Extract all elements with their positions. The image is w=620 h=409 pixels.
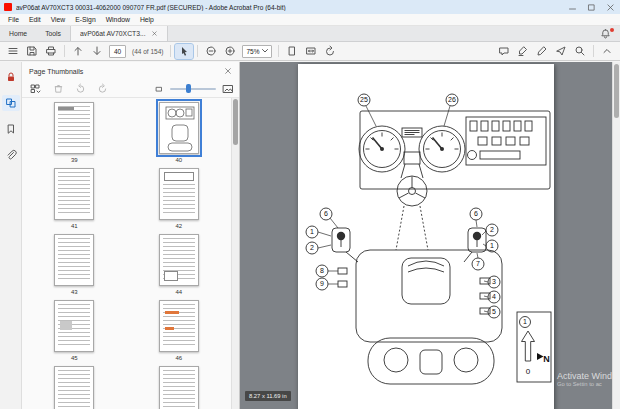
menu-window[interactable]: Window <box>101 16 135 23</box>
highlight-tool-button[interactable] <box>514 44 532 59</box>
callout-2-left: 2 <box>306 242 318 254</box>
menu-file[interactable]: File <box>3 16 24 23</box>
scrollbar-thumb[interactable] <box>614 64 619 118</box>
security-settings-button[interactable] <box>2 69 20 85</box>
svg-text:5: 5 <box>492 308 496 315</box>
zoom-level-select[interactable]: 75% <box>242 45 272 58</box>
notifications-button[interactable] <box>591 26 620 41</box>
small-thumbnail-icon <box>154 84 164 94</box>
search-button[interactable] <box>571 44 589 59</box>
thumbnail-page-45[interactable]: 45 <box>54 300 94 366</box>
thumbnail-number: 42 <box>175 223 182 229</box>
svg-text:2: 2 <box>490 226 494 233</box>
document-scrollbar[interactable] <box>612 62 620 409</box>
pdf-page: 25 26 6 1 2 8 9 6 2 1 7 3 4 5 <box>298 64 554 409</box>
acrobat-window: avP06at AV70XCT3 00031-4062000 090707 FR… <box>0 0 620 409</box>
minimize-button[interactable] <box>563 0 582 14</box>
menu-esign[interactable]: E-Sign <box>70 16 100 23</box>
navigation-pane-strip <box>0 62 22 409</box>
thumbnails-scrollbar[interactable] <box>231 98 239 409</box>
zoom-out-button[interactable] <box>202 44 220 59</box>
save-button[interactable] <box>23 44 41 59</box>
svg-text:6: 6 <box>474 210 478 217</box>
svg-text:3: 3 <box>492 278 496 285</box>
close-button[interactable] <box>601 0 620 14</box>
tab-tools[interactable]: Tools <box>36 26 70 41</box>
comment-tool-button[interactable] <box>495 44 513 59</box>
svg-text:1: 1 <box>523 318 527 325</box>
document-canvas[interactable]: 25 26 6 1 2 8 9 6 2 1 7 3 4 5 <box>240 62 620 409</box>
svg-text:7: 7 <box>476 260 480 267</box>
trash-icon <box>53 83 64 94</box>
fit-width-button[interactable] <box>302 44 320 59</box>
menu-toggle-button[interactable] <box>4 44 22 59</box>
thumbnail-size-slider[interactable] <box>170 84 216 93</box>
svg-text:1: 1 <box>310 228 314 235</box>
save-icon <box>26 45 38 57</box>
thumbnail-page-41[interactable]: 41 <box>54 168 94 234</box>
menu-help[interactable]: Help <box>135 16 159 23</box>
thumbnail-number: 40 <box>175 157 182 163</box>
panel-close-button[interactable] <box>224 67 232 75</box>
sign-tool-button[interactable] <box>533 44 551 59</box>
tab-close-icon[interactable] <box>151 30 158 37</box>
thumbnail-page-42[interactable]: 42 <box>159 168 199 234</box>
thumbnail-page-40[interactable]: 40 <box>159 102 199 168</box>
callout-1-left: 1 <box>306 226 318 238</box>
attachments-panel-button[interactable] <box>2 147 20 163</box>
content-area: Page Thumbnails <box>0 62 620 409</box>
thumbnail-page-47[interactable]: 47 <box>54 366 94 409</box>
pen-icon <box>536 45 548 57</box>
svg-text:6: 6 <box>324 210 328 217</box>
zoom-in-button[interactable] <box>221 44 239 59</box>
vehicle-top-view-drawing <box>332 206 502 384</box>
page-number-input[interactable]: 40 <box>109 45 126 58</box>
tab-document-label: avP06at AV70XCT3... <box>80 30 146 37</box>
page-thumbnails-panel-button[interactable] <box>2 95 20 111</box>
menu-edit[interactable]: Edit <box>24 16 46 23</box>
share-button[interactable] <box>552 44 570 59</box>
print-icon <box>45 45 57 57</box>
rotate-ccw-icon <box>75 83 86 94</box>
maximize-button[interactable] <box>582 0 601 14</box>
thumbnail-number: 46 <box>175 355 182 361</box>
rotate-left-button[interactable] <box>71 81 89 96</box>
thumbnail-page-44[interactable]: 44 <box>159 234 199 300</box>
previous-page-button[interactable] <box>69 44 87 59</box>
main-toolbar: 40 (44 of 154) 75% <box>0 42 620 61</box>
thumbnail-options-button[interactable] <box>27 81 45 96</box>
thumbnail-diagram <box>160 103 199 154</box>
thumbnail-list: 39 40 <box>22 98 231 409</box>
svg-text:4: 4 <box>492 293 496 300</box>
thumbnail-page-39[interactable]: 39 <box>54 102 94 168</box>
print-button[interactable] <box>42 44 60 59</box>
thumbnail-page-46[interactable]: 46 <box>159 300 199 366</box>
instrument-panel-drawing <box>359 111 550 206</box>
delete-page-button[interactable] <box>49 81 67 96</box>
rotate-view-button[interactable] <box>321 44 339 59</box>
title-bar: avP06at AV70XCT3 00031-4062000 090707 FR… <box>0 0 620 14</box>
menu-view[interactable]: View <box>46 16 71 23</box>
single-page-view-button[interactable] <box>283 44 301 59</box>
callout-6-right: 6 <box>470 208 482 220</box>
scrollbar-thumb[interactable] <box>233 99 238 145</box>
thumbnail-number: 39 <box>71 157 78 163</box>
svg-text:0: 0 <box>526 367 531 376</box>
rotate-right-button[interactable] <box>93 81 111 96</box>
slider-track <box>170 88 216 90</box>
next-page-button[interactable] <box>88 44 106 59</box>
collapse-toolbar-button[interactable] <box>598 44 616 59</box>
thumbnail-page-43[interactable]: 43 <box>54 234 94 300</box>
slider-knob[interactable] <box>186 84 191 93</box>
thumbnail-number: 41 <box>71 223 78 229</box>
tab-document[interactable]: avP06at AV70XCT3... <box>70 26 168 41</box>
select-tool-button[interactable] <box>175 44 193 59</box>
search-icon <box>574 45 586 57</box>
bookmarks-panel-button[interactable] <box>2 121 20 137</box>
tab-bar: Home Tools avP06at AV70XCT3... <box>0 26 620 42</box>
rotate-icon <box>324 45 336 57</box>
thumbnail-page-48[interactable]: 48 <box>159 366 199 409</box>
tab-home[interactable]: Home <box>0 26 36 41</box>
send-plane-icon <box>555 45 567 57</box>
page-thumbnails-panel: Page Thumbnails <box>22 62 240 409</box>
